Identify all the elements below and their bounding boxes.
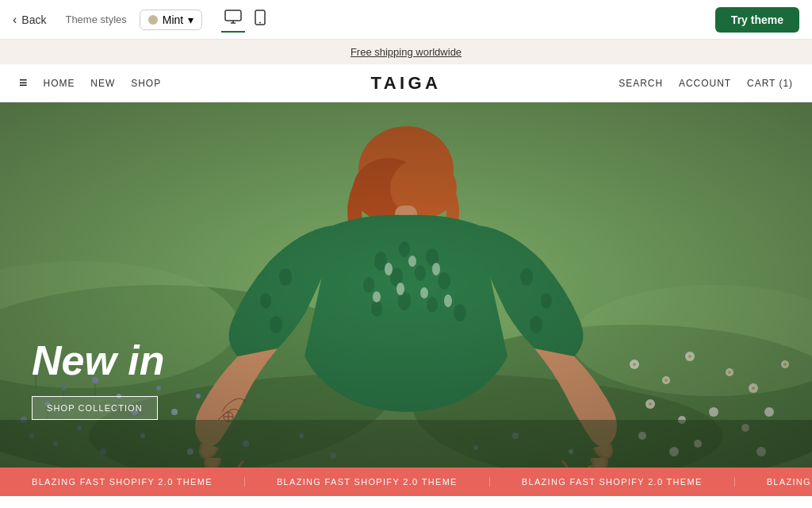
store-navigation: ≡ Home New Shop TAIGA Search Account Car… — [0, 64, 812, 102]
try-theme-button[interactable]: Try theme — [715, 7, 799, 33]
store-nav-left: ≡ Home New Shop — [19, 75, 161, 91]
store-nav-right: Search Account Cart (1) — [619, 78, 793, 89]
svg-rect-0 — [225, 10, 241, 21]
back-button[interactable]: ‹ Back — [13, 13, 46, 27]
nav-link-account[interactable]: Account — [679, 78, 731, 89]
back-chevron-icon: ‹ — [13, 13, 17, 27]
ticker-item-2: BLAZING FAST SHOPIFY 2.0 THEME — [245, 477, 490, 487]
nav-link-cart[interactable]: Cart (1) — [747, 78, 793, 89]
back-label: Back — [21, 13, 46, 26]
nav-link-search[interactable]: Search — [619, 78, 663, 89]
ticker-bar: BLAZING FAST SHOPIFY 2.0 THEME BLAZING F… — [0, 468, 812, 496]
svg-point-4 — [259, 22, 261, 24]
hamburger-menu-button[interactable]: ≡ — [19, 75, 28, 91]
nav-link-new[interactable]: New — [90, 78, 115, 89]
hero-section: New in SHOP COLLECTION — [0, 102, 812, 468]
ticker-item-4: BLAZING FAST SHOPIFY 2.0 THEME — [735, 477, 812, 487]
top-bar: ‹ Back Theme styles Mint ▾ — [0, 0, 812, 40]
chevron-down-icon: ▾ — [188, 13, 193, 26]
hero-heading: New in — [32, 338, 165, 383]
hero-text: New in SHOP COLLECTION — [32, 338, 165, 420]
announcement-link[interactable]: Free shipping worldwide — [350, 46, 462, 58]
device-icons — [221, 6, 269, 33]
theme-styles-label: Theme styles — [65, 13, 126, 25]
mobile-view-button[interactable] — [251, 6, 269, 33]
top-bar-left: ‹ Back Theme styles Mint ▾ — [13, 6, 269, 33]
theme-name: Mint — [163, 13, 183, 26]
ticker-item-3: BLAZING FAST SHOPIFY 2.0 THEME — [490, 477, 735, 487]
store-logo[interactable]: TAIGA — [371, 73, 442, 94]
announcement-bar: Free shipping worldwide — [0, 40, 812, 64]
shop-collection-button[interactable]: SHOP COLLECTION — [32, 396, 158, 420]
nav-link-home[interactable]: Home — [44, 78, 75, 89]
nav-link-shop[interactable]: Shop — [131, 78, 161, 89]
desktop-view-button[interactable] — [221, 6, 245, 33]
mint-color-dot — [148, 15, 158, 25]
ticker-content: BLAZING FAST SHOPIFY 2.0 THEME BLAZING F… — [0, 477, 812, 487]
theme-selector-dropdown[interactable]: Mint ▾ — [140, 10, 202, 30]
ticker-item-1: BLAZING FAST SHOPIFY 2.0 THEME — [0, 477, 245, 487]
